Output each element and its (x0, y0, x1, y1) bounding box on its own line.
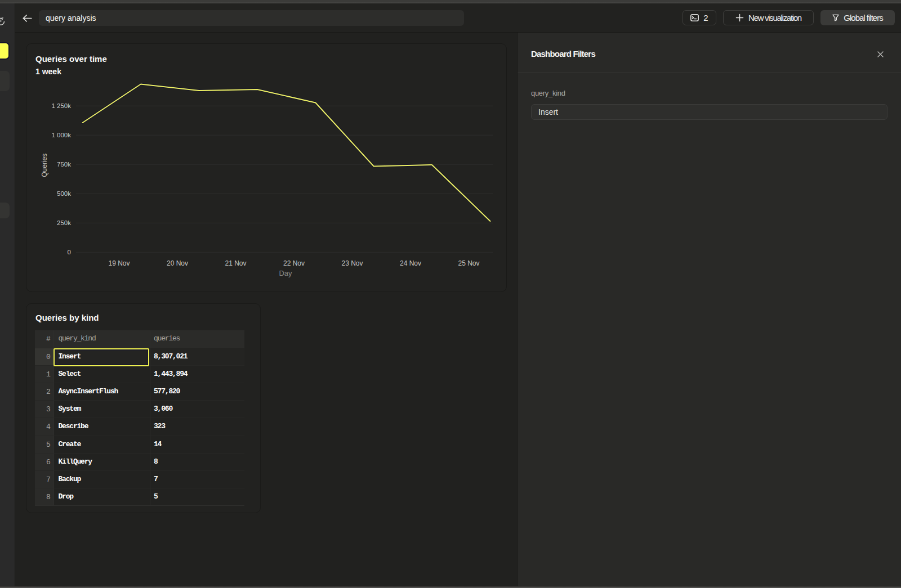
svg-text:Day: Day (279, 269, 292, 277)
svg-text:1 250k: 1 250k (51, 102, 71, 109)
svg-text:25 Nov: 25 Nov (458, 259, 479, 267)
svg-text:20 Nov: 20 Nov (167, 259, 188, 267)
svg-text:24 Nov: 24 Nov (400, 259, 421, 267)
svg-text:500k: 500k (57, 190, 71, 197)
svg-text:1 000k: 1 000k (51, 132, 71, 138)
svg-text:22 Nov: 22 Nov (283, 259, 305, 267)
svg-text:750k: 750k (57, 161, 71, 168)
svg-text:0: 0 (68, 249, 71, 255)
svg-text:21 Nov: 21 Nov (225, 259, 246, 267)
svg-text:250k: 250k (57, 219, 71, 226)
svg-text:23 Nov: 23 Nov (341, 259, 363, 267)
svg-text:19 Nov: 19 Nov (108, 259, 130, 267)
svg-text:Queries: Queries (41, 154, 48, 177)
